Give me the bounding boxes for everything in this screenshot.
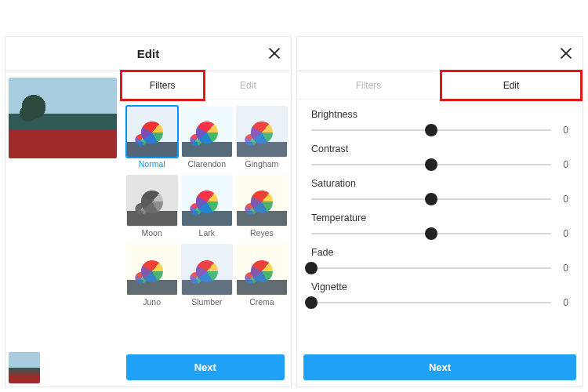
filter-thumbnail xyxy=(236,175,288,227)
tab-edit[interactable]: Edit xyxy=(440,71,583,99)
filter-thumbnail xyxy=(236,106,288,158)
edit-dialog-filters: Edit Filters Edit NormalClarendonGingham… xyxy=(5,36,292,387)
slider-temperature: Temperature0 xyxy=(311,206,568,239)
filter-thumbnail xyxy=(181,244,233,296)
tab-bar: Filters Edit xyxy=(297,71,583,100)
slider-label: Brightness xyxy=(311,109,568,120)
filter-thumbnail xyxy=(126,244,178,296)
filter-thumbnail xyxy=(236,244,288,296)
slider-value: 0 xyxy=(559,297,568,308)
slider-label: Fade xyxy=(311,247,568,258)
slider-label: Vignette xyxy=(311,281,568,292)
filter-label: Reyes xyxy=(250,228,274,238)
filter-moon[interactable]: Moon xyxy=(126,175,178,241)
filter-thumbnail xyxy=(126,175,178,227)
dialog-header: Edit xyxy=(5,37,291,71)
slider-label: Contrast xyxy=(311,143,568,154)
filter-lark[interactable]: Lark xyxy=(181,175,233,241)
adjustment-sliders: Brightness0Contrast0Saturation0Temperatu… xyxy=(297,100,583,350)
slider-track[interactable] xyxy=(311,129,551,131)
slider-track[interactable] xyxy=(311,164,551,165)
tab-edit[interactable]: Edit xyxy=(205,71,291,99)
slider-track[interactable] xyxy=(311,233,551,234)
filter-juno[interactable]: Juno xyxy=(126,244,178,310)
slider-thumb[interactable] xyxy=(425,158,437,171)
slider-track[interactable] xyxy=(311,267,551,269)
image-preview-column xyxy=(5,71,120,387)
image-thumbnail[interactable] xyxy=(9,352,40,383)
slider-label: Temperature xyxy=(311,212,568,223)
slider-fade: Fade0 xyxy=(311,241,568,274)
filter-thumbnail xyxy=(181,106,233,158)
filter-thumbnail xyxy=(126,106,178,158)
slider-thumb[interactable] xyxy=(425,193,437,205)
filter-list[interactable]: NormalClarendonGinghamMoonLarkReyesJunoS… xyxy=(120,100,291,350)
slider-value: 0 xyxy=(559,159,568,170)
slider-value: 0 xyxy=(559,194,568,205)
dialog-title: Edit xyxy=(137,47,159,60)
filter-label: Lark xyxy=(199,228,215,238)
close-icon[interactable] xyxy=(557,45,575,62)
filter-label: Clarendon xyxy=(188,159,226,169)
filter-slumber[interactable]: Slumber xyxy=(181,244,233,310)
filter-label: Normal xyxy=(139,159,165,169)
filter-label: Crema xyxy=(249,297,274,307)
slider-thumb[interactable] xyxy=(425,227,437,240)
filter-label: Gingham xyxy=(245,159,279,169)
filter-label: Moon xyxy=(142,228,162,238)
filter-normal[interactable]: Normal xyxy=(126,106,178,172)
tab-bar: Filters Edit xyxy=(120,71,291,100)
tab-filters[interactable]: Filters xyxy=(120,71,205,99)
filter-reyes[interactable]: Reyes xyxy=(236,175,288,241)
slider-track[interactable] xyxy=(311,302,551,303)
filter-label: Slumber xyxy=(191,297,222,307)
edit-dialog-adjustments: Filters Edit Brightness0Contrast0Saturat… xyxy=(296,36,583,387)
slider-thumb[interactable] xyxy=(305,296,318,309)
next-button[interactable]: Next xyxy=(126,354,285,380)
filter-gingham[interactable]: Gingham xyxy=(236,106,288,172)
filter-clarendon[interactable]: Clarendon xyxy=(181,106,233,172)
slider-thumb[interactable] xyxy=(425,124,437,136)
slider-value: 0 xyxy=(559,125,568,136)
slider-value: 0 xyxy=(559,228,568,239)
filter-label: Juno xyxy=(143,297,161,307)
filter-crema[interactable]: Crema xyxy=(236,244,288,310)
slider-brightness: Brightness0 xyxy=(311,103,568,136)
slider-contrast: Contrast0 xyxy=(311,137,568,170)
image-preview xyxy=(9,78,117,158)
slider-vignette: Vignette0 xyxy=(311,275,568,308)
close-icon[interactable] xyxy=(266,45,283,62)
next-button[interactable]: Next xyxy=(303,354,576,380)
filter-thumbnail xyxy=(181,175,233,227)
slider-value: 0 xyxy=(559,263,568,274)
slider-track[interactable] xyxy=(311,198,551,200)
slider-saturation: Saturation0 xyxy=(311,172,568,205)
slider-label: Saturation xyxy=(311,178,568,189)
tab-filters[interactable]: Filters xyxy=(297,71,440,99)
slider-thumb[interactable] xyxy=(305,262,318,274)
